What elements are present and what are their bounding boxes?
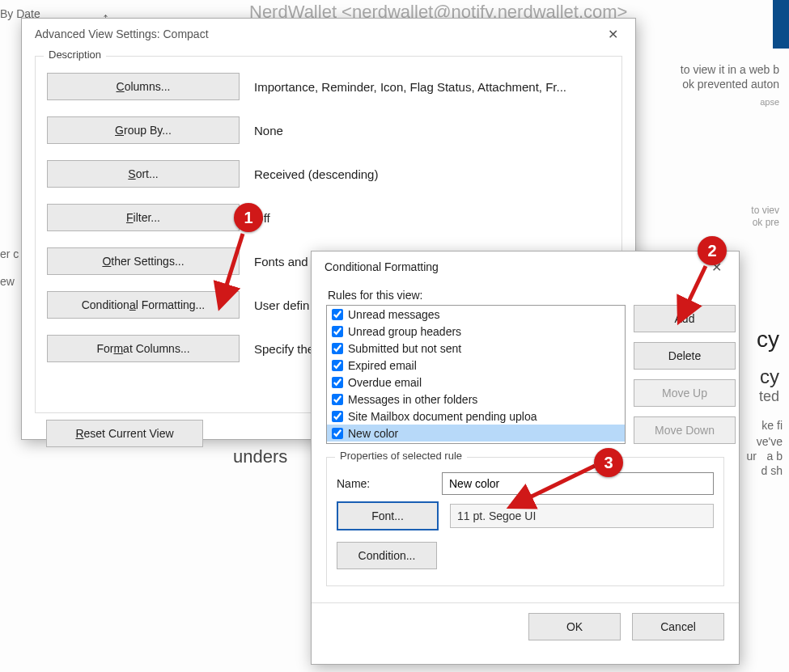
dialog-titlebar: Conditional Formatting ✕ [312, 251, 739, 282]
name-label: Name: [337, 477, 442, 490]
columns-button[interactable]: Columns... [47, 73, 240, 100]
bg-text: to viev [751, 205, 779, 216]
rule-checkbox[interactable] [332, 309, 343, 320]
bg-text: cy [760, 366, 779, 388]
filter-button[interactable]: Filter... [47, 204, 240, 231]
properties-group: Properties of selected rule Name: Font..… [326, 457, 724, 586]
conditional-formatting-dialog: Conditional Formatting ✕ Rules for this … [311, 251, 740, 665]
filter-desc: Off [240, 211, 610, 225]
rule-label: Unread messages [348, 308, 440, 321]
ok-button[interactable]: OK [528, 613, 621, 640]
rule-checkbox[interactable] [332, 377, 343, 388]
dialog-title: Advanced View Settings: Compact [35, 27, 596, 40]
bg-text: ke fi [761, 419, 783, 432]
dialog-titlebar: Advanced View Settings: Compact ✕ [22, 19, 635, 49]
add-button[interactable]: Add [634, 305, 736, 332]
rule-name-input[interactable] [442, 472, 714, 495]
bg-text: cy [757, 327, 779, 353]
condition-button[interactable]: Condition... [337, 542, 437, 569]
close-icon[interactable]: ✕ [596, 22, 629, 46]
rule-item[interactable]: Expired email [327, 357, 625, 374]
rule-checkbox[interactable] [332, 326, 343, 337]
group-legend: Properties of selected rule [335, 450, 467, 462]
move-up-button[interactable]: Move Up [634, 379, 736, 407]
rule-checkbox[interactable] [332, 360, 343, 371]
annotation-1: 1 [234, 203, 263, 232]
bg-text: ur [747, 450, 757, 463]
bg-text: ted [759, 388, 779, 405]
rules-listbox[interactable]: Unread messagesUnread group headersSubmi… [326, 305, 626, 444]
format-columns-button[interactable]: Format Columns... [47, 335, 240, 362]
rule-item[interactable]: Site Mailbox document pending uploa [327, 408, 625, 425]
bg-text: a b [767, 450, 783, 463]
bg-text: to view it in a web b [681, 63, 779, 76]
rule-label: Submitted but not sent [348, 342, 461, 355]
rule-item[interactable]: Messages in other folders [327, 391, 625, 408]
rule-item[interactable]: Submitted but not sent [327, 340, 625, 357]
bg-text: ew [0, 275, 15, 288]
bg-text: ve've [757, 435, 783, 448]
rule-label: Overdue email [348, 376, 422, 389]
rule-label: Unread group headers [348, 325, 461, 338]
rule-label: Expired email [348, 359, 417, 372]
sort-button[interactable]: Sort... [47, 160, 240, 188]
move-down-button[interactable]: Move Down [634, 416, 736, 444]
rule-checkbox[interactable] [332, 428, 343, 439]
group-by-button[interactable]: Group By... [47, 116, 240, 144]
delete-button[interactable]: Delete [634, 342, 736, 370]
font-sample: 11 pt. Segoe UI [450, 504, 714, 528]
group-by-desc: None [240, 124, 610, 137]
rule-item[interactable]: New color [327, 425, 625, 442]
rule-label: Site Mailbox document pending uploa [348, 410, 537, 423]
bg-text: er c [0, 247, 19, 260]
conditional-formatting-button[interactable]: Conditional Formatting... [47, 291, 240, 319]
rule-label: New color [348, 427, 398, 440]
rule-label: Messages in other folders [348, 393, 477, 406]
other-settings-button[interactable]: Other Settings... [47, 247, 240, 275]
rule-item[interactable]: Unread group headers [327, 323, 625, 340]
rule-checkbox[interactable] [332, 343, 343, 354]
annotation-3: 3 [594, 448, 623, 477]
annotation-2: 2 [698, 236, 727, 265]
rule-item[interactable]: Overdue email [327, 374, 625, 391]
rule-checkbox[interactable] [332, 411, 343, 422]
rule-item[interactable]: Unread messages [327, 306, 625, 323]
bg-text: d sh [761, 464, 783, 477]
bg-text: apse [760, 97, 779, 107]
reset-current-view-button[interactable]: Reset Current View [46, 420, 203, 447]
sort-desc: Received (descending) [240, 167, 610, 181]
blue-accent-strip [773, 0, 789, 49]
dialog-title: Conditional Formatting [325, 260, 700, 273]
rules-list-label: Rules for this view: [328, 289, 724, 302]
bg-text: ok prevented auton [682, 78, 779, 91]
group-legend: Description [44, 49, 106, 61]
font-button[interactable]: Font... [337, 501, 439, 530]
rule-checkbox[interactable] [332, 394, 343, 405]
cancel-button[interactable]: Cancel [632, 613, 724, 640]
bg-text: ok pre [753, 217, 779, 228]
columns-desc: Importance, Reminder, Icon, Flag Status,… [240, 80, 610, 94]
